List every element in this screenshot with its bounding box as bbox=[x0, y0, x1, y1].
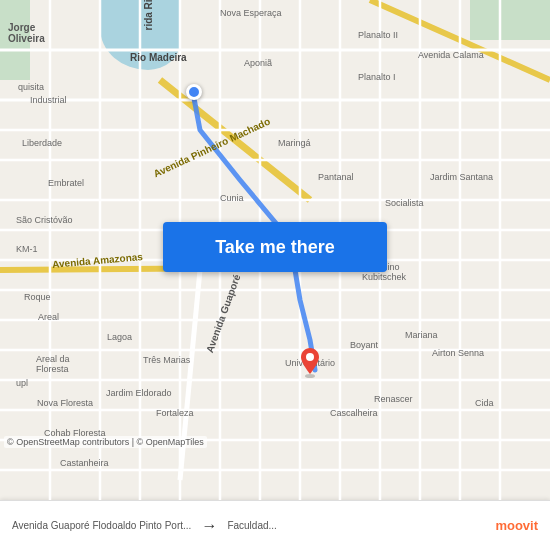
label-nova-floresta: Nova Floresta bbox=[37, 398, 93, 408]
label-upl: upl bbox=[16, 378, 28, 388]
label-pantanal: Pantanal bbox=[318, 172, 354, 182]
label-jardim-santana: Jardim Santana bbox=[430, 172, 493, 182]
label-mariana: Mariana bbox=[405, 330, 438, 340]
label-rio-madeira: Rio Madeira bbox=[130, 52, 187, 63]
footer-to-text: Faculdad... bbox=[227, 520, 276, 531]
footer-bar: Avenida Guaporé Flodoaldo Pinto Port... … bbox=[0, 500, 550, 550]
label-liberdade: Liberdade bbox=[22, 138, 62, 148]
label-cida: Cida bbox=[475, 398, 494, 408]
start-marker bbox=[186, 84, 202, 100]
label-boyant: Boyant bbox=[350, 340, 378, 350]
label-areal-floresta: Areal daFloresta bbox=[36, 354, 70, 374]
moovit-logo: moovit bbox=[495, 518, 538, 533]
label-lagoa: Lagoa bbox=[107, 332, 132, 342]
label-nova-esperanca: Nova Esperaça bbox=[220, 8, 282, 18]
svg-point-30 bbox=[305, 374, 315, 378]
label-sao-cristovao: São Cristóvão bbox=[16, 215, 73, 225]
footer-from-to: Avenida Guaporé Flodoaldo Pinto Port... … bbox=[12, 517, 277, 535]
footer-from-text: Avenida Guaporé Flodoaldo Pinto Port... bbox=[12, 520, 191, 531]
label-areal: Areal bbox=[38, 312, 59, 322]
label-planalto2: Planalto II bbox=[358, 30, 398, 40]
label-fortaleza: Fortaleza bbox=[156, 408, 194, 418]
label-maringa: Maringá bbox=[278, 138, 311, 148]
label-embratel: Embratel bbox=[48, 178, 84, 188]
label-quisita: quisita bbox=[18, 82, 44, 92]
label-airton-senna: Airton Senna bbox=[432, 348, 484, 358]
label-planalto1: Planalto I bbox=[358, 72, 396, 82]
label-jardim-eldorado: Jardim Eldorado bbox=[106, 388, 172, 398]
label-jorge-oliveira: JorgeOliveira bbox=[8, 22, 45, 44]
label-socialista: Socialista bbox=[385, 198, 424, 208]
copyright-text: © OpenStreetMap contributors | © OpenMap… bbox=[4, 436, 207, 448]
label-castanheira: Castanheira bbox=[60, 458, 109, 468]
label-cascalheira: Cascalheira bbox=[330, 408, 378, 418]
label-tres-marias: Três Marias bbox=[143, 355, 190, 365]
svg-line-2 bbox=[180, 270, 200, 480]
label-cunia: Cunia bbox=[220, 193, 244, 203]
label-calama: Avenida Calama bbox=[418, 50, 484, 60]
label-industrial: Industrial bbox=[30, 95, 67, 105]
label-renascer: Renascer bbox=[374, 394, 413, 404]
label-km1: KM-1 bbox=[16, 244, 38, 254]
footer-arrow: → bbox=[201, 517, 217, 535]
label-roque: Roque bbox=[24, 292, 51, 302]
label-rio-madeira-v: rida Rio Madeira bbox=[143, 0, 154, 31]
map-container: JorgeOliveira Nova Esperaça Rio Madeira … bbox=[0, 0, 550, 500]
svg-point-31 bbox=[306, 353, 314, 361]
label-aponia: Aponiã bbox=[244, 58, 272, 68]
take-me-there-button[interactable]: Take me there bbox=[163, 222, 387, 272]
end-marker bbox=[299, 348, 321, 378]
